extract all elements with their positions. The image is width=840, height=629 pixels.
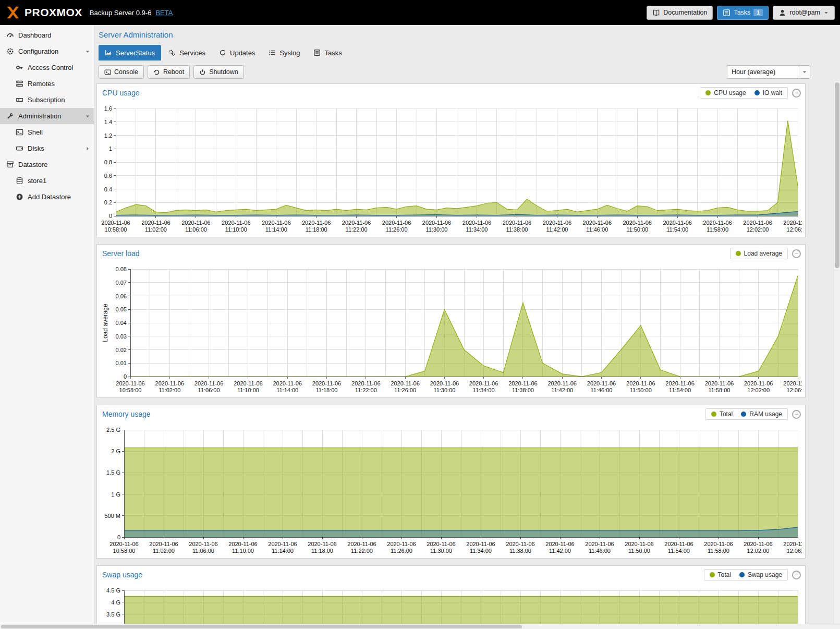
memory-usage-panel: Memory usage TotalRAM usage − 0500 M1 G1… [96, 405, 806, 559]
console-button[interactable]: Console [99, 65, 144, 79]
documentation-button[interactable]: Documentation [647, 6, 713, 20]
svg-text:11:54:00: 11:54:00 [666, 226, 688, 233]
select-trigger[interactable] [799, 66, 810, 78]
wrench-icon [6, 112, 14, 120]
tasks-button[interactable]: Tasks 1 [717, 6, 769, 20]
legend-item[interactable]: CPU usage [705, 89, 746, 96]
cpu-usage-chart: 00.20.40.60.811.21.41.62020-11-0610:58:0… [100, 103, 802, 234]
svg-text:11:02:00: 11:02:00 [153, 548, 175, 554]
svg-text:1.6: 1.6 [104, 105, 112, 112]
tab-syslog[interactable]: Syslog [262, 45, 306, 61]
collapse-tool-icon[interactable]: − [792, 89, 801, 98]
legend-item[interactable]: Load average [736, 250, 782, 257]
tab-serverstatus[interactable]: ServerStatus [99, 45, 161, 61]
svg-text:11:58:00: 11:58:00 [708, 548, 729, 554]
sidebar-item-store1[interactable]: store1 [0, 173, 94, 189]
collapse-tool-icon[interactable]: − [792, 571, 801, 579]
tab-services[interactable]: Services [162, 45, 212, 61]
svg-text:0.2: 0.2 [104, 199, 112, 205]
sidebar-item-remotes[interactable]: Remotes [0, 76, 94, 92]
horizontal-scrollbar[interactable] [0, 624, 840, 629]
svg-text:1.4: 1.4 [104, 119, 112, 125]
svg-text:11:46:00: 11:46:00 [586, 226, 608, 233]
key-icon [16, 64, 23, 71]
svg-text:Load average: Load average [102, 304, 109, 342]
caret-down-icon [801, 69, 808, 75]
svg-text:2020-11-06: 2020-11-06 [228, 541, 257, 547]
sidebar-item-administration[interactable]: Administration [0, 108, 94, 124]
sidebar-item-subscription[interactable]: Subscription [0, 92, 94, 108]
svg-text:11:18:00: 11:18:00 [306, 226, 327, 233]
panel-title: CPU usage [102, 89, 140, 97]
caret-down-icon[interactable] [84, 49, 91, 55]
tab-label: Services [179, 49, 205, 57]
brand-wordmark: PROXMOX [25, 6, 82, 19]
gears-icon [168, 49, 176, 56]
svg-text:2020-11-06: 2020-11-06 [430, 380, 459, 386]
legend-item[interactable]: Total [710, 571, 731, 578]
panel-title: Swap usage [102, 571, 142, 579]
legend-item[interactable]: RAM usage [741, 410, 782, 418]
tab-updates[interactable]: Updates [213, 45, 261, 61]
sidebar-item-datastore[interactable]: Datastore [0, 156, 94, 173]
sidebar-item-configuration[interactable]: Configuration [0, 43, 94, 59]
svg-text:12:02:00: 12:02:00 [747, 548, 770, 554]
svg-text:11:50:00: 11:50:00 [630, 387, 652, 393]
console-button-label: Console [114, 68, 138, 76]
svg-text:2020-11-06: 2020-11-06 [109, 541, 138, 547]
svg-text:2020-11-06: 2020-11-06 [665, 380, 694, 386]
sidebar-item-dashboard[interactable]: Dashboard [0, 27, 94, 43]
series-color-dot [739, 572, 745, 577]
legend-item[interactable]: Swap usage [739, 571, 782, 578]
sidebar-item-shell[interactable]: Shell [0, 124, 94, 140]
svg-text:2020-11-06: 2020-11-06 [273, 380, 301, 386]
proxmox-logo-icon [5, 5, 21, 20]
svg-text:2020-11-06: 2020-11-06 [663, 220, 691, 226]
plus-circle-icon [16, 193, 23, 201]
svg-text:2020-11-06: 2020-11-06 [545, 541, 574, 547]
svg-text:2020-11-06: 2020-11-06 [506, 541, 534, 547]
sidebar-item-label: Configuration [18, 47, 58, 55]
caret-down-icon[interactable] [84, 113, 91, 119]
svg-text:11:10:00: 11:10:00 [237, 387, 259, 393]
svg-text:11:46:00: 11:46:00 [589, 548, 611, 554]
legend-item[interactable]: IO wait [754, 89, 782, 96]
svg-text:11:30:00: 11:30:00 [433, 387, 455, 393]
svg-text:11:42:00: 11:42:00 [549, 548, 571, 554]
svg-text:2020-11-06: 2020-11-06 [744, 541, 772, 547]
sidebar-item-access-control[interactable]: Access Control [0, 59, 94, 76]
svg-text:10:58:00: 10:58:00 [119, 387, 142, 393]
vertical-scrollbar-thumb[interactable] [835, 82, 839, 268]
tab-tasks[interactable]: Tasks [307, 45, 348, 61]
svg-text:2020-11-06: 2020-11-06 [703, 220, 732, 226]
user-menu-button[interactable]: root@pam [773, 6, 835, 20]
legend-item[interactable]: Total [711, 410, 733, 418]
svg-text:1 G: 1 G [111, 491, 120, 498]
vertical-scrollbar[interactable] [834, 81, 840, 624]
beta-link[interactable]: BETA [155, 9, 173, 17]
collapse-tool-icon[interactable]: − [792, 249, 801, 258]
power-icon [199, 69, 206, 76]
reboot-button[interactable]: Reboot [148, 65, 190, 79]
sidebar-item-add-datastore[interactable]: Add Datastore [0, 189, 94, 205]
period-select[interactable]: Hour (average) [727, 65, 810, 79]
svg-text:0.4: 0.4 [104, 186, 112, 192]
svg-text:2020-11-06: 2020-11-06 [234, 380, 262, 386]
page-title: Server Administration [99, 30, 840, 41]
shutdown-button[interactable]: Shutdown [193, 65, 244, 79]
svg-text:2020-11-06: 2020-11-06 [744, 380, 773, 386]
series-color-dot [705, 90, 711, 95]
svg-text:2020-11-06: 2020-11-06 [783, 380, 802, 386]
collapse-tool-icon[interactable]: − [792, 410, 801, 419]
sidebar-item-label: Add Datastore [28, 193, 71, 201]
svg-text:11:38:00: 11:38:00 [506, 226, 528, 233]
svg-text:11:54:00: 11:54:00 [669, 387, 691, 393]
svg-text:2020-11-06: 2020-11-06 [149, 541, 178, 547]
caret-right-icon[interactable] [84, 146, 91, 152]
svg-text:0: 0 [109, 213, 112, 219]
sidebar-item-disks[interactable]: Disks [0, 140, 94, 156]
server-icon [16, 80, 23, 88]
svg-text:4.5 G: 4.5 G [106, 587, 120, 594]
horizontal-scrollbar-thumb[interactable] [1, 625, 522, 628]
archive-icon [6, 161, 14, 168]
